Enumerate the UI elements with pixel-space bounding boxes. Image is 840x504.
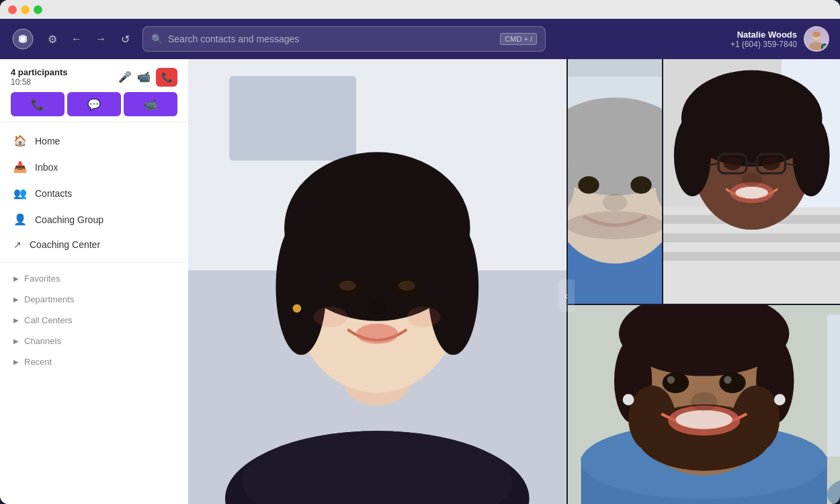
- section-channels[interactable]: ▶ Channels: [0, 331, 188, 351]
- content-area: Recording Vi Vi Enabled ‹: [188, 59, 840, 504]
- window-chrome: [0, 0, 840, 19]
- recent-label: Recent: [24, 357, 52, 367]
- svg-point-75: [719, 372, 745, 393]
- section-group: ▶ Favorites ▶ Departments ▶ Call Centers…: [0, 262, 188, 378]
- top-bar: ⚙ ← → ↺ 🔍 CMD + / Natalie Woods +1 (604)…: [0, 19, 840, 59]
- video-top-right: [568, 59, 840, 304]
- main-layout: 4 participants 10:58 🎤 📹 📞 📞 💬 📹: [0, 59, 840, 504]
- channels-label: Channels: [24, 336, 61, 346]
- coaching-group-icon: 👤: [13, 213, 27, 226]
- svg-point-16: [276, 220, 326, 355]
- video-bottom-right: ⊡ Picture-in-Picture ⊞ Dynamic: [568, 305, 840, 504]
- svg-point-74: [662, 372, 688, 393]
- svg-point-36: [630, 176, 651, 194]
- svg-point-60: [741, 173, 762, 186]
- search-icon: 🔍: [151, 34, 163, 44]
- section-recent[interactable]: ▶ Recent: [0, 351, 188, 372]
- refresh-button[interactable]: ↺: [116, 30, 134, 48]
- sidebar: 4 participants 10:58 🎤 📹 📞 📞 💬 📹: [0, 59, 188, 504]
- svg-point-1: [21, 37, 25, 41]
- phone-action-button[interactable]: 📞: [11, 92, 65, 116]
- call-status: 4 participants 10:58 🎤 📹 📞 📞 💬 📹: [0, 59, 188, 122]
- search-bar[interactable]: 🔍 CMD + /: [142, 26, 546, 52]
- svg-point-35: [578, 176, 599, 194]
- svg-point-79: [675, 410, 732, 429]
- user-text: Natalie Woods +1 (604) 359-7840: [730, 30, 797, 49]
- favorites-label: Favorites: [24, 274, 60, 284]
- svg-point-25: [314, 306, 347, 327]
- svg-point-23: [367, 302, 387, 315]
- video-right: ⊡ Picture-in-Picture ⊞ Dynamic: [568, 59, 840, 504]
- app-logo: [11, 27, 35, 51]
- status-dot: [821, 44, 828, 50]
- call-timer: 10:58: [11, 77, 68, 87]
- mute-mic-button[interactable]: 🎤: [118, 71, 132, 83]
- svg-point-56: [723, 157, 741, 171]
- sidebar-item-label-inbox: Inbox: [35, 162, 58, 173]
- minimize-button[interactable]: [21, 5, 30, 14]
- svg-point-49: [673, 115, 710, 196]
- section-favorites[interactable]: ▶ Favorites: [0, 268, 188, 289]
- video-bottom-right-feed: [568, 305, 840, 504]
- close-button[interactable]: [8, 5, 17, 14]
- sidebar-item-label-contacts: Contacts: [35, 188, 72, 199]
- back-button[interactable]: ←: [67, 30, 86, 48]
- sidebar-item-label-coaching-center: Coaching Center: [30, 239, 100, 250]
- sidebar-item-coaching-group[interactable]: 👤 Coaching Group: [0, 206, 188, 233]
- settings-button[interactable]: ⚙: [43, 30, 62, 48]
- app-container: ⚙ ← → ↺ 🔍 CMD + / Natalie Woods +1 (604)…: [0, 0, 840, 504]
- video-action-button[interactable]: 📹: [124, 92, 177, 116]
- video-large-right: [663, 59, 840, 304]
- svg-point-59: [735, 187, 768, 199]
- sidebar-item-home[interactable]: 🏠 Home: [0, 128, 188, 154]
- svg-point-26: [407, 306, 440, 327]
- search-input[interactable]: [168, 34, 495, 44]
- svg-point-5: [812, 32, 821, 38]
- svg-point-17: [428, 220, 478, 355]
- user-name: Natalie Woods: [730, 30, 797, 40]
- nav-controls: ⚙ ← → ↺: [43, 30, 134, 48]
- sidebar-item-contacts[interactable]: 👥 Contacts: [0, 180, 188, 206]
- sidebar-item-coaching-center[interactable]: ↗ Coaching Center: [0, 233, 188, 257]
- nav-menu: 🏠 Home 📥 Inbox 👥 Contacts 👤 Coaching Gro…: [0, 122, 188, 262]
- video-grid: Recording Vi Vi Enabled ‹: [188, 59, 840, 504]
- inbox-icon: 📥: [13, 161, 27, 173]
- svg-point-24: [293, 304, 302, 313]
- section-departments[interactable]: ▶ Departments: [0, 289, 188, 310]
- avatar[interactable]: [804, 26, 829, 52]
- svg-point-38: [602, 194, 626, 211]
- call-action-buttons: 📞 💬 📹: [11, 92, 177, 116]
- maximize-button[interactable]: [34, 5, 42, 14]
- svg-point-77: [724, 376, 731, 384]
- user-info: Natalie Woods +1 (604) 359-7840: [730, 26, 829, 52]
- svg-rect-62: [827, 314, 840, 456]
- collapse-sidebar-button[interactable]: ‹: [558, 280, 575, 312]
- svg-rect-45: [663, 252, 840, 261]
- call-participants-label: 4 participants: [11, 67, 68, 77]
- call-meta: 4 participants 10:58 🎤 📹 📞: [11, 67, 177, 87]
- departments-arrow-icon: ▶: [13, 296, 19, 303]
- svg-point-57: [762, 157, 780, 171]
- video-large-right-feed: [663, 59, 840, 304]
- call-centers-label: Call Centers: [24, 315, 73, 325]
- sidebar-item-label-coaching-group: Coaching Group: [35, 214, 103, 225]
- end-call-button[interactable]: 📞: [156, 68, 177, 87]
- svg-point-82: [774, 394, 786, 406]
- section-call-centers[interactable]: ▶ Call Centers: [0, 310, 188, 331]
- contacts-icon: 👥: [13, 187, 27, 200]
- call-centers-arrow-icon: ▶: [13, 317, 19, 324]
- svg-point-21: [398, 280, 415, 290]
- svg-point-37: [568, 211, 662, 239]
- user-phone: +1 (604) 359-7840: [730, 40, 797, 49]
- mute-video-button[interactable]: 📹: [137, 71, 151, 83]
- svg-rect-44: [663, 233, 840, 242]
- video-main: Recording Vi Vi Enabled ‹: [188, 59, 566, 504]
- svg-point-81: [622, 394, 634, 406]
- svg-point-80: [691, 392, 717, 411]
- recent-arrow-icon: ▶: [13, 358, 19, 366]
- chat-action-button[interactable]: 💬: [67, 92, 121, 116]
- call-controls: 🎤 📹 📞: [118, 68, 177, 87]
- svg-point-50: [792, 115, 829, 196]
- forward-button[interactable]: →: [91, 30, 110, 48]
- sidebar-item-inbox[interactable]: 📥 Inbox: [0, 154, 188, 180]
